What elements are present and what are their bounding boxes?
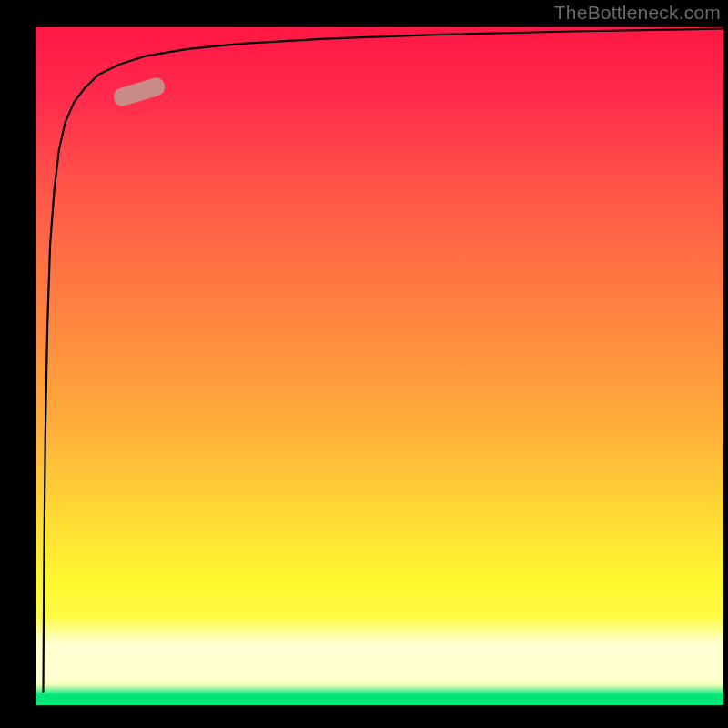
curve-line	[36, 27, 723, 705]
plot-area	[36, 27, 723, 705]
chart-frame: TheBottleneck.com	[0, 0, 728, 728]
watermark-text: TheBottleneck.com	[554, 2, 721, 24]
